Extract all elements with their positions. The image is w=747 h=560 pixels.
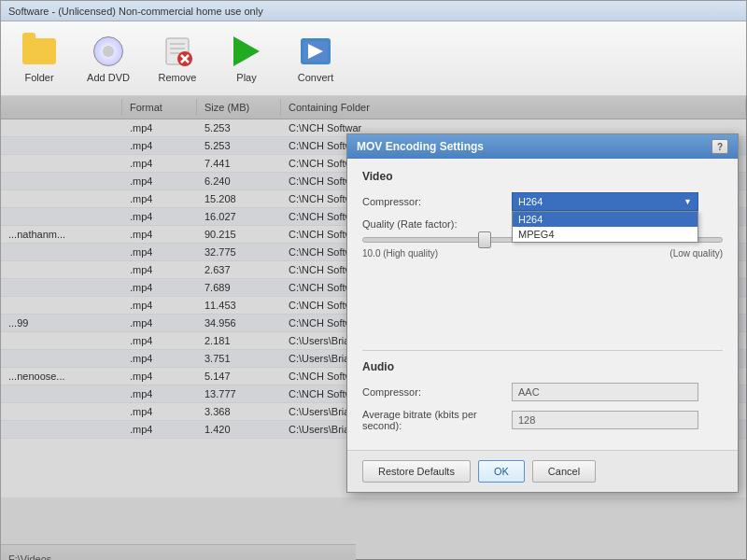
section-separator — [362, 350, 723, 351]
ok-button[interactable]: OK — [478, 460, 525, 483]
main-window: Software - (Unlicensed) Non-commercial h… — [0, 0, 747, 560]
play-button[interactable]: Play — [214, 27, 279, 91]
add-folder-label: Folder — [24, 72, 53, 83]
remove-button[interactable]: Remove — [145, 27, 210, 91]
bitrate-row: Average bitrate (kbits per second): 128 — [362, 409, 723, 431]
compressor-row: Compressor: H264 ▼ H264 MPEG4 — [362, 192, 723, 211]
title-bar: Software - (Unlicensed) Non-commercial h… — [1, 1, 746, 21]
audio-compressor-row: Compressor: AAC — [362, 383, 723, 401]
modal-body: Video Compressor: H264 ▼ H264 — [347, 159, 738, 450]
spacer — [362, 266, 723, 341]
folder-icon — [21, 35, 58, 68]
dropdown-chevron-icon: ▼ — [684, 197, 692, 206]
help-button[interactable]: ? — [712, 139, 728, 154]
convert-button[interactable]: Convert — [283, 27, 348, 91]
compressor-option-h264[interactable]: H264 — [513, 212, 698, 227]
quality-label: Quality (Rate factor): — [362, 218, 512, 230]
toolbar: Folder Add DVD Remove — [1, 21, 746, 96]
compressor-label: Compressor: — [362, 196, 512, 207]
bitrate-value: 128 — [512, 411, 698, 429]
compressor-dropdown[interactable]: H264 ▼ H264 MPEG4 — [512, 192, 698, 211]
slider-thumb[interactable] — [478, 231, 491, 248]
modal-title: MOV Encoding Settings — [357, 140, 484, 153]
bitrate-label: Average bitrate (kbits per second): — [362, 409, 512, 431]
quality-high-label: 10.0 (High quality) — [362, 248, 438, 259]
add-dvd-label: Add DVD — [87, 72, 130, 83]
restore-defaults-button[interactable]: Restore Defaults — [362, 460, 471, 483]
encoding-settings-modal: MOV Encoding Settings ? Video Compressor… — [346, 133, 739, 493]
audio-compressor-value: AAC — [512, 383, 698, 401]
add-dvd-button[interactable]: Add DVD — [76, 27, 141, 91]
audio-section: Audio Compressor: AAC Average bitrate (k… — [362, 360, 723, 431]
cancel-button[interactable]: Cancel — [532, 460, 596, 483]
remove-label: Remove — [159, 72, 197, 83]
modal-title-bar: MOV Encoding Settings ? — [347, 134, 738, 159]
compressor-selected[interactable]: H264 ▼ — [512, 192, 698, 211]
audio-compressor-label: Compressor: — [362, 386, 512, 398]
main-content: Format Size (MB) Containing Folder .mp4 … — [1, 96, 746, 560]
remove-icon — [159, 35, 196, 68]
convert-icon — [297, 35, 334, 68]
slider-labels: 10.0 (High quality) (Low quality) — [362, 248, 723, 259]
modal-footer: Restore Defaults OK Cancel — [347, 450, 738, 492]
dvd-icon — [90, 35, 127, 68]
play-icon — [228, 35, 265, 68]
compressor-option-mpeg4[interactable]: MPEG4 — [513, 227, 698, 242]
convert-label: Convert — [298, 72, 334, 83]
window-title: Software - (Unlicensed) Non-commercial h… — [8, 6, 263, 17]
quality-low-label: (Low quality) — [669, 248, 723, 259]
video-section-header: Video — [362, 170, 723, 183]
add-folder-button[interactable]: Folder — [7, 27, 72, 91]
play-label: Play — [236, 72, 256, 83]
audio-section-header: Audio — [362, 360, 723, 373]
compressor-dropdown-list: H264 MPEG4 — [512, 211, 698, 243]
